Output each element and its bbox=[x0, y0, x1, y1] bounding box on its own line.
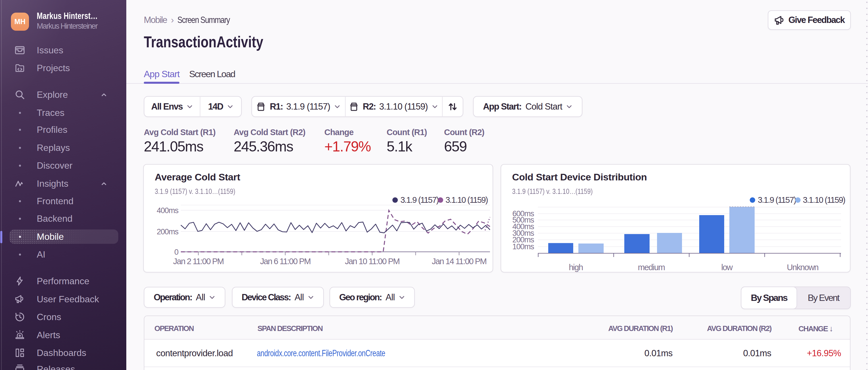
svg-text:Unknown: Unknown bbox=[787, 263, 818, 272]
svg-text:400ms: 400ms bbox=[157, 206, 179, 215]
svg-text:Jan 10 11:00 PM: Jan 10 11:00 PM bbox=[345, 257, 400, 266]
svg-text:Jan 6 11:00 PM: Jan 6 11:00 PM bbox=[260, 257, 311, 266]
svg-text:0: 0 bbox=[174, 248, 178, 257]
svg-text:100ms: 100ms bbox=[513, 242, 534, 251]
svg-text:medium: medium bbox=[638, 263, 665, 272]
svg-text:high: high bbox=[569, 263, 583, 272]
svg-text:low: low bbox=[721, 263, 733, 272]
svg-text:Jan 2 11:00 PM: Jan 2 11:00 PM bbox=[173, 257, 224, 266]
svg-text:Jan 14 11:00 PM: Jan 14 11:00 PM bbox=[432, 257, 486, 266]
svg-text:200ms: 200ms bbox=[157, 228, 179, 236]
